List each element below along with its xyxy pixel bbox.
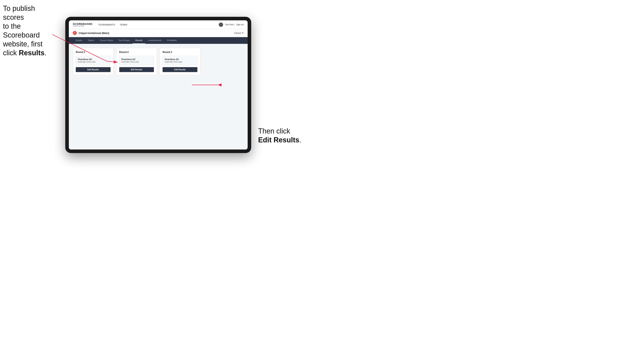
tab-leaderboards[interactable]: Leaderboards <box>145 37 164 44</box>
sign-out-link[interactable]: Sign out <box>236 23 244 26</box>
tournament-header: C Clippd Invitational (Main) Cancel ✕ <box>69 29 248 37</box>
tournament-name: Clippd Invitational (Main) <box>79 32 234 34</box>
round-1-course-card: Peachtree GC Gold (M) (7010 yds) <box>76 56 110 65</box>
user-avatar <box>219 22 223 27</box>
logo-subtitle: Powered by clippd <box>73 25 92 27</box>
tab-teams[interactable]: Teams <box>85 37 97 44</box>
tab-printables[interactable]: Printables <box>164 37 180 44</box>
round-3-course-card: Peachtree GC Gold (M) (7010 yds) <box>162 56 198 65</box>
tablet-screen: SCOREBOARD Powered by clippd TOURNAMENTS… <box>69 20 248 150</box>
round-3-course-details: Gold (M) (7010 yds) <box>165 61 195 63</box>
left-instruction: To publish scores to the Scoreboard webs… <box>3 4 56 57</box>
round-3-course-name: Peachtree GC <box>165 58 195 60</box>
round-2-course-card: Peachtree GC Gold (M) (7010 yds) <box>119 56 154 65</box>
cancel-x-icon: ✕ <box>242 32 244 34</box>
round-2-title: Round 2 <box>119 51 154 53</box>
instruction-line4: click Results. <box>3 49 46 57</box>
nav-right: Test User | Sign out <box>219 22 244 27</box>
instruction-line2: to the Scoreboard <box>3 22 40 39</box>
scoreboard-logo: SCOREBOARD Powered by clippd <box>73 23 92 27</box>
round-1-course-details: Gold (M) (7010 yds) <box>78 61 108 63</box>
edit-results-btn-2[interactable]: Edit Results <box>119 67 154 72</box>
round-card-3: Round 3 Peachtree GC Gold (M) (7010 yds)… <box>160 48 200 75</box>
round-1-course-name: Peachtree GC <box>78 58 108 60</box>
tournament-icon: C <box>73 31 77 35</box>
tab-results[interactable]: Results <box>132 37 145 44</box>
instruction-line1: To publish scores <box>3 4 35 21</box>
round-1-title: Round 1 <box>76 51 110 53</box>
tab-course-setup[interactable]: Course Setup <box>97 37 116 44</box>
round-card-2: Round 2 Peachtree GC Gold (M) (7010 yds)… <box>116 48 157 75</box>
round-card-1: Round 1 Peachtree GC Gold (M) (7010 yds)… <box>73 48 114 75</box>
tab-details[interactable]: Details <box>73 37 85 44</box>
tab-tee-groups[interactable]: Tee Groups <box>116 37 132 44</box>
tablet-frame: SCOREBOARD Powered by clippd TOURNAMENTS… <box>65 17 251 153</box>
top-nav: SCOREBOARD Powered by clippd TOURNAMENTS… <box>69 20 248 29</box>
nav-tournaments[interactable]: TOURNAMENTS <box>98 23 115 26</box>
rounds-area: Round 1 Peachtree GC Gold (M) (7010 yds)… <box>69 44 248 150</box>
instruction-right-line1: Then click <box>258 127 290 135</box>
instruction-right-line2: Edit Results <box>258 136 299 144</box>
nav-teams[interactable]: TEAMS <box>120 23 128 26</box>
edit-results-btn-1[interactable]: Edit Results <box>76 67 110 72</box>
cancel-button[interactable]: Cancel ✕ <box>234 32 244 34</box>
round-2-course-name: Peachtree GC <box>122 58 152 60</box>
content-area: C Clippd Invitational (Main) Cancel ✕ De… <box>69 29 248 150</box>
instruction-line3: website, first <box>3 40 42 48</box>
tab-bar: Details Teams Course Setup Tee Groups Re… <box>69 37 248 44</box>
logo-title: SCOREBOARD <box>73 23 92 25</box>
edit-results-btn-3[interactable]: Edit Results <box>162 67 198 72</box>
rounds-grid: Round 1 Peachtree GC Gold (M) (7010 yds)… <box>73 48 244 75</box>
right-instruction: Then click Edit Results. <box>258 127 301 144</box>
user-text: Test User | <box>225 23 234 26</box>
round-2-course-details: Gold (M) (7010 yds) <box>122 61 152 63</box>
nav-links: TOURNAMENTS TEAMS <box>98 23 219 26</box>
round-3-title: Round 3 <box>162 51 198 53</box>
